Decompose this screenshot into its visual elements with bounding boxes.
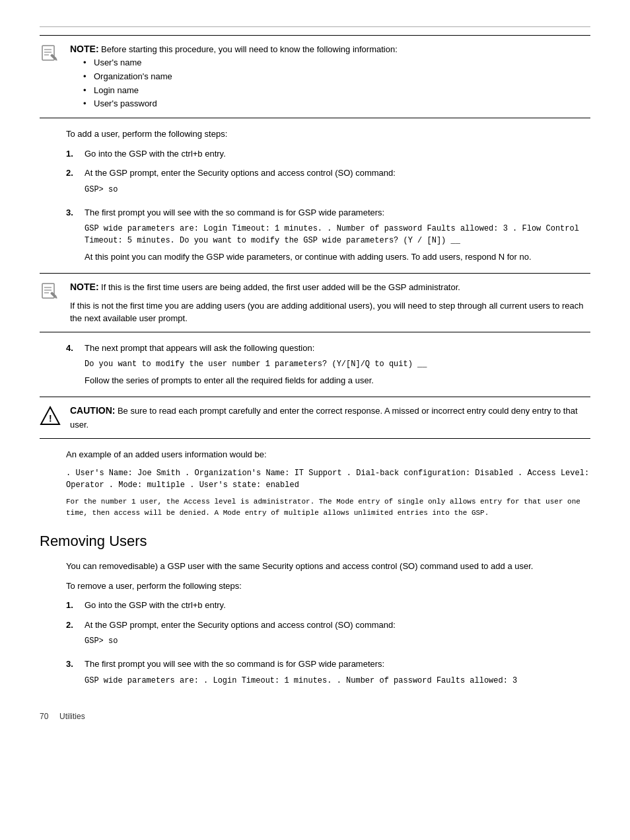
step-4-text: The next prompt that appears will ask th…: [85, 343, 314, 353]
removing-intro: You can removedisable) a GSP user with t…: [66, 560, 590, 573]
step-4-after: Follow the series of prompts to enter al…: [85, 374, 590, 387]
removing-step-3-code: GSP wide parameters are: . Login Timeout…: [85, 675, 590, 687]
footer-label: Utilities: [59, 712, 85, 721]
removing-step-3-num: 3.: [66, 658, 85, 691]
list-item: User's name: [83, 56, 590, 70]
step-2-content: At the GSP prompt, enter the Security op…: [85, 167, 590, 200]
note-1-title: NOTE:: [70, 44, 99, 54]
removing-step-2-text: At the GSP prompt, enter the Security op…: [85, 620, 396, 630]
note-block-2: NOTE: If this is the first time users ar…: [40, 273, 590, 332]
example-intro: An example of an added users information…: [66, 448, 590, 461]
step-4-code: Do you want to modify the user number 1 …: [85, 358, 590, 370]
step-1-content: Go into the GSP with the ctrl+b entry.: [85, 147, 590, 161]
step-3-num: 3.: [66, 206, 85, 264]
example-note: For the number 1 user, the Access level …: [66, 496, 590, 518]
step-3-after: At this point you can modify the GSP wid…: [85, 250, 590, 264]
step-4-content: The next prompt that appears will ask th…: [85, 342, 590, 387]
removing-step-3-content: The first prompt you will see with the s…: [85, 658, 590, 691]
step-3: 3. The first prompt you will see with th…: [66, 206, 590, 264]
svg-text:!: !: [49, 413, 52, 424]
example-code: . User's Name: Joe Smith . Organization'…: [66, 467, 590, 491]
removing-steps-intro: To remove a user, perform the following …: [66, 580, 590, 593]
caution-title: CAUTION:: [70, 405, 115, 416]
list-item: User's password: [83, 97, 590, 111]
note-2-text2: If this is not the first time you are ad…: [70, 299, 590, 325]
note-icon-2: [40, 282, 63, 307]
removing-step-2-num: 2.: [66, 619, 85, 652]
removing-step-3-text: The first prompt you will see with the s…: [85, 659, 384, 669]
page-number: 70: [40, 712, 48, 721]
step-3-content: The first prompt you will see with the s…: [85, 206, 590, 264]
note-1-intro: Before starting this procedure, you will…: [101, 44, 398, 54]
step4-list: 4. The next prompt that appears will ask…: [66, 342, 590, 387]
step-2-text: At the GSP prompt, enter the Security op…: [85, 168, 396, 178]
steps-list: 1. Go into the GSP with the ctrl+b entry…: [66, 147, 590, 264]
removing-step-1: 1. Go into the GSP with the ctrl+b entry…: [66, 599, 590, 612]
note-2-content: NOTE: If this is the first time users ar…: [70, 280, 590, 325]
step-1-text: Go into the GSP with the ctrl+b entry.: [85, 149, 226, 159]
list-item: Login name: [83, 84, 590, 98]
removing-step-1-text: Go into the GSP with the ctrl+b entry.: [85, 600, 226, 610]
step-4-num: 4.: [66, 342, 85, 387]
note-icon-1: [40, 44, 63, 69]
removing-step-2-code: GSP> so: [85, 635, 590, 647]
step-1: 1. Go into the GSP with the ctrl+b entry…: [66, 147, 590, 161]
caution-icon: !: [40, 405, 63, 430]
step-2: 2. At the GSP prompt, enter the Security…: [66, 167, 590, 200]
note-1-bullet-list: User's name Organization's name Login na…: [83, 56, 590, 111]
caution-text: Be sure to read each prompt carefully an…: [70, 406, 578, 430]
removing-steps-list: 1. Go into the GSP with the ctrl+b entry…: [66, 599, 590, 691]
note-block-1: NOTE: Before starting this procedure, yo…: [40, 35, 590, 118]
note-2-text1: If this is the first time users are bein…: [101, 282, 460, 292]
step-2-code: GSP> so: [85, 184, 590, 196]
removing-step-1-num: 1.: [66, 599, 85, 612]
note-2-line1: NOTE: If this is the first time users ar…: [70, 280, 590, 294]
caution-block: ! CAUTION: Be sure to read each prompt c…: [40, 397, 590, 439]
step-3-text: The first prompt you will see with the s…: [85, 208, 384, 217]
step-4: 4. The next prompt that appears will ask…: [66, 342, 590, 387]
note-1-content: NOTE: Before starting this procedure, yo…: [70, 42, 590, 111]
removing-users-heading: Removing Users: [40, 530, 590, 552]
removing-step-3: 3. The first prompt you will see with th…: [66, 658, 590, 691]
step-1-num: 1.: [66, 147, 85, 161]
caution-content: CAUTION: Be sure to read each prompt car…: [70, 404, 590, 432]
intro-text: To add a user, perform the following ste…: [66, 128, 590, 141]
svg-rect-6: [42, 284, 54, 298]
step-2-num: 2.: [66, 167, 85, 200]
removing-step-2: 2. At the GSP prompt, enter the Security…: [66, 619, 590, 652]
footer: 70 Utilities: [40, 710, 590, 722]
note-2-title: NOTE:: [70, 282, 99, 292]
step-3-code: GSP wide parameters are: Login Timeout: …: [85, 223, 590, 247]
removing-step-1-content: Go into the GSP with the ctrl+b entry.: [85, 599, 590, 612]
removing-step-2-content: At the GSP prompt, enter the Security op…: [85, 619, 590, 652]
svg-rect-0: [42, 46, 54, 60]
list-item: Organization's name: [83, 70, 590, 84]
